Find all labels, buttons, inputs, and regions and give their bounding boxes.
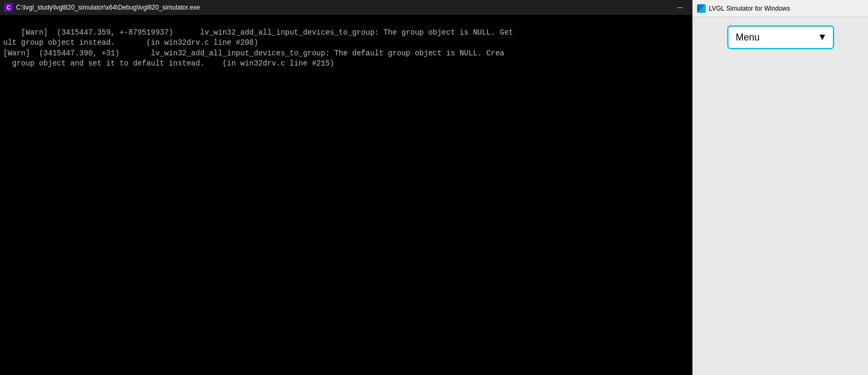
menu-label: Menu	[736, 32, 760, 43]
simulator-window: LVGL Simulator for Windows Menu ▼	[692, 0, 868, 375]
console-icon: C	[4, 3, 13, 12]
simulator-titlebar: LVGL Simulator for Windows	[693, 0, 868, 17]
simulator-title: LVGL Simulator for Windows	[709, 5, 790, 12]
console-window: C C:\lvgl_study\lvgl820_simulator\x64\De…	[0, 0, 692, 375]
simulator-content: Menu ▼	[693, 17, 868, 375]
minimize-button[interactable]: ─	[668, 0, 692, 15]
console-line-3: [Warn] (3415447.390, +31) lv_win32_add_a…	[3, 49, 504, 58]
chevron-down-icon: ▼	[820, 32, 825, 42]
simulator-icon	[697, 4, 706, 13]
menu-dropdown[interactable]: Menu ▼	[727, 26, 834, 49]
console-line-4: group object and set it to default inste…	[3, 59, 334, 68]
console-line-2: ult group object instead. (in win32drv.c…	[3, 38, 258, 47]
console-title: C:\lvgl_study\lvgl820_simulator\x64\Debu…	[16, 4, 200, 11]
console-titlebar: C C:\lvgl_study\lvgl820_simulator\x64\De…	[0, 0, 692, 15]
console-output: [Warn] (3415447.359, +-879519937) lv_win…	[0, 15, 692, 375]
console-line-1: [Warn] (3415447.359, +-879519937) lv_win…	[21, 28, 513, 37]
titlebar-controls: ─	[668, 0, 692, 15]
